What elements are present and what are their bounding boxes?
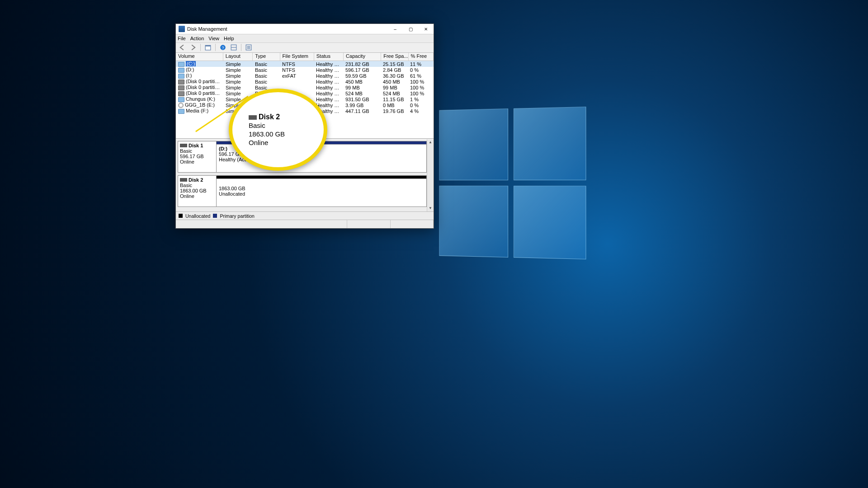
volume-list-header: Volume Layout Type File System Status Ca… bbox=[176, 53, 434, 61]
legend-swatch-primary bbox=[213, 214, 217, 218]
minimize-button[interactable]: – bbox=[387, 24, 403, 34]
toolbar: ? bbox=[176, 43, 434, 53]
disk-2-info: Disk 2 Basic 1863.00 GB Online bbox=[178, 176, 217, 206]
col-layout[interactable]: Layout bbox=[223, 53, 253, 61]
layout-button[interactable] bbox=[229, 43, 238, 52]
legend: Unallocated Primary partition bbox=[176, 211, 434, 220]
table-row[interactable]: (I:)SimpleBasicexFATHealthy (P...59.59 G… bbox=[176, 73, 434, 79]
col-type[interactable]: Type bbox=[253, 53, 280, 61]
col-status[interactable]: Status bbox=[314, 53, 344, 61]
legend-label-primary: Primary partition bbox=[220, 213, 254, 219]
properties-button[interactable] bbox=[203, 43, 212, 52]
forward-button[interactable] bbox=[189, 43, 198, 52]
windows-logo bbox=[439, 107, 586, 259]
close-button[interactable]: ✕ bbox=[418, 24, 434, 34]
window-title: Disk Management bbox=[187, 26, 227, 32]
vertical-scrollbar[interactable]: ▲ ▼ bbox=[427, 139, 434, 211]
titlebar[interactable]: Disk Management – ▢ ✕ bbox=[176, 24, 434, 34]
table-row[interactable]: (Disk 0 partition 1)SimpleBasicHealthy (… bbox=[176, 79, 434, 84]
table-row[interactable]: (C:)SimpleBasicNTFSHealthy (B...231.82 G… bbox=[176, 61, 434, 67]
menu-view[interactable]: View bbox=[208, 36, 219, 41]
col-pctfree[interactable]: % Free bbox=[409, 53, 434, 61]
status-bar bbox=[176, 220, 434, 228]
menu-action[interactable]: Action bbox=[190, 36, 204, 41]
disk-1-info: Disk 1 Basic 596.17 GB Online bbox=[178, 141, 217, 172]
scroll-down-icon[interactable]: ▼ bbox=[427, 205, 434, 211]
magnifier-callout: Disk 2 Basic 1863.00 GB Online bbox=[229, 89, 327, 171]
help-button[interactable]: ? bbox=[218, 43, 227, 52]
col-volume[interactable]: Volume bbox=[176, 53, 223, 61]
col-capacity[interactable]: Capacity bbox=[344, 53, 381, 61]
back-button[interactable] bbox=[178, 43, 187, 52]
disk-row-2[interactable]: Disk 2 Basic 1863.00 GB Online 1863.00 G… bbox=[178, 175, 427, 207]
disk-2-partition[interactable]: 1863.00 GB Unallocated bbox=[217, 176, 426, 206]
menu-file[interactable]: File bbox=[178, 36, 186, 41]
app-icon bbox=[179, 26, 185, 32]
disk-icon bbox=[249, 115, 257, 120]
legend-swatch-unallocated bbox=[179, 214, 183, 218]
menu-help[interactable]: Help bbox=[224, 36, 234, 41]
svg-text:?: ? bbox=[222, 46, 224, 50]
svg-rect-1 bbox=[205, 46, 211, 47]
scroll-up-icon[interactable]: ▲ bbox=[427, 139, 434, 145]
legend-label-unallocated: Unallocated bbox=[185, 213, 210, 219]
table-row[interactable]: (D:)SimpleBasicNTFSHealthy (A...596.17 G… bbox=[176, 67, 434, 73]
menubar: File Action View Help bbox=[176, 34, 434, 43]
table-row[interactable]: (Disk 0 partition 2)SimpleBasicHealthy (… bbox=[176, 84, 434, 90]
list-button[interactable] bbox=[244, 43, 253, 52]
disk-icon bbox=[180, 144, 187, 147]
disk-icon bbox=[180, 178, 187, 182]
maximize-button[interactable]: ▢ bbox=[403, 24, 418, 34]
col-freespace[interactable]: Free Spa... bbox=[381, 53, 408, 61]
col-filesystem[interactable]: File System bbox=[280, 53, 314, 61]
